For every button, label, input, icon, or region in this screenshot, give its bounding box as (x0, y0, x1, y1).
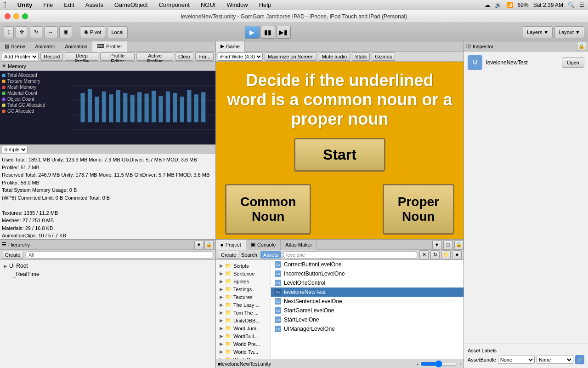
menu-ngui[interactable]: NGUI (199, 1, 218, 8)
scale-tool[interactable]: ↔ (44, 26, 57, 38)
tab-scene[interactable]: ▨ Scene (0, 41, 30, 52)
maximize-button[interactable] (22, 13, 28, 19)
open-button[interactable]: Open (562, 58, 584, 68)
folder-world-one[interactable]: ▶ 📁 WorldOne... (218, 356, 269, 359)
tab-animation[interactable]: Animation (60, 41, 92, 52)
rotate-tool[interactable]: ↻ (30, 26, 42, 38)
hierarchy-lock-button[interactable]: 🔒 (204, 240, 214, 249)
layers-dropdown[interactable]: Layers ▼ (523, 26, 553, 38)
play-button[interactable]: ▶ (245, 26, 260, 39)
file-ui-manager[interactable]: C# UIManagerLevelOne (271, 324, 464, 334)
tab-project[interactable]: ■ Project (216, 240, 246, 250)
folder-word-build[interactable]: ▶ 📁 WordBuil... (218, 332, 269, 340)
folder-testings[interactable]: ▶ 📁 Testings (218, 285, 269, 293)
tab-atlas-maker[interactable]: Atlas Maker (281, 240, 317, 250)
add-profiler-select[interactable]: Add Profiler (2, 53, 39, 60)
maximize-on-screen-button[interactable]: Maximize on Screen (265, 52, 317, 61)
proper-noun-button[interactable]: ProperNoun (383, 184, 454, 235)
file-levelone-new-test[interactable]: C# leveloneNewTest (271, 288, 464, 297)
folder-sentence[interactable]: ▶ 📁 Sentence (218, 270, 269, 277)
record-button[interactable]: Record (40, 52, 63, 61)
stats-button[interactable]: Stats (352, 52, 370, 61)
menu-edit[interactable]: Edit (62, 1, 76, 8)
clear-search-button[interactable]: ✕ (419, 250, 429, 259)
file-start-game[interactable]: C# StartGameLevelOne (271, 306, 464, 315)
star-button[interactable]: ★ (452, 250, 462, 259)
tree-item-ui-root[interactable]: ▶ UI Root (2, 262, 214, 270)
hierarchy-title: Hierarchy (8, 242, 30, 247)
gizmos-button[interactable]: Gizmos (372, 52, 395, 61)
folder-world-tw[interactable]: ▶ 📁 World Tw... (218, 348, 269, 356)
file-incorrect-button[interactable]: C# IncorrectButtonLevelOne (271, 269, 464, 278)
tree-item-realtime[interactable]: _RealTime (2, 270, 214, 278)
hierarchy-search-input[interactable] (25, 251, 214, 259)
folder-button[interactable]: 📁 (441, 250, 451, 259)
tab-animator[interactable]: Animator (30, 41, 60, 52)
folder-scripts[interactable]: ▶ 📁 Scripts (218, 262, 269, 270)
tab-game[interactable]: ▶ Game (216, 41, 245, 52)
list-icon[interactable]: ☰ (579, 2, 584, 8)
project-search-input[interactable] (283, 251, 418, 259)
tab-profiler[interactable]: ⌨ Profiler (92, 41, 127, 52)
mute-audio-button[interactable]: Mute audio (319, 52, 350, 61)
clear-button[interactable]: Clear (175, 52, 193, 61)
project-lock-button[interactable]: 🔒 (454, 240, 464, 249)
menu-help[interactable]: Help (257, 1, 273, 8)
menu-unity[interactable]: Unity (16, 1, 34, 8)
asset-bundle-select-1[interactable]: None (498, 356, 535, 364)
file-correct-button[interactable]: C# CorrectButtonLevelOne (271, 260, 464, 269)
menu-window[interactable]: Window (225, 1, 249, 8)
start-button[interactable]: Start (294, 138, 385, 172)
minimize-button[interactable] (13, 13, 19, 19)
hierarchy-collapse-button[interactable]: ▼ (194, 240, 204, 249)
folder-tom-the[interactable]: ▶ 📁 Tom The ... (218, 309, 269, 316)
search-icon[interactable]: 🔍 (568, 2, 575, 8)
deep-profile-button[interactable]: Deep Profile (65, 52, 98, 61)
zoom-slider[interactable] (420, 360, 457, 368)
frame-button[interactable]: Fra... (195, 52, 214, 61)
menu-component[interactable]: Component (157, 1, 192, 8)
folder-the-lazy[interactable]: ▶ 📁 The Lazy ... (218, 301, 269, 309)
rect-tool[interactable]: ▣ (59, 26, 72, 38)
pivot-button[interactable]: ◉ Pivot (80, 26, 105, 38)
assets-filter-button[interactable]: Assets (260, 251, 281, 259)
file-next-sentence[interactable]: C# NextSentenceLevelOne (271, 297, 464, 306)
clock: Sat 2:39 AM (533, 2, 563, 8)
file-start-level-one[interactable]: C# StartLevelOne (271, 315, 464, 324)
menu-file[interactable]: File (41, 1, 55, 8)
common-noun-button[interactable]: CommonNoun (225, 184, 311, 235)
move-tool[interactable]: ✜ (16, 26, 28, 38)
resolution-select[interactable]: iPad Wide (4:3) (218, 52, 263, 61)
menu-assets[interactable]: Assets (84, 1, 105, 8)
hand-tool[interactable]: 〉 (4, 26, 14, 38)
asset-label-icon[interactable]: 🔗 (575, 355, 584, 364)
project-create-button[interactable]: Create (218, 251, 239, 259)
project-content: ▶ 📁 Scripts ▶ 📁 Sentence ▶ 📁 Sprites (216, 260, 464, 359)
project-detach-button[interactable]: □ (443, 240, 452, 249)
local-button[interactable]: Local (107, 26, 127, 38)
hierarchy-create-button[interactable]: Create (2, 251, 23, 259)
refresh-button[interactable]: ↻ (430, 250, 440, 259)
active-profiler-button[interactable]: Active Profiler (136, 52, 173, 61)
memory-close-button[interactable]: ✕ (2, 63, 6, 69)
folder-world-pre[interactable]: ▶ 📁 World Pre... (218, 340, 269, 348)
menu-gameobject[interactable]: GameObject (113, 1, 150, 8)
file-level-one-control[interactable]: C# LevelOneControl (271, 278, 464, 288)
bottom-center-panel: ■ Project ▣ Console Atlas Maker ▼ □ 🔒 Cr… (216, 239, 464, 368)
folder-textures[interactable]: ▶ 📁 Textures (218, 293, 269, 301)
asset-bundle-select-2[interactable]: None (537, 356, 573, 364)
right-panel: ⓘ Inspector 🔒 U leveloneNewTest Open Ass… (464, 41, 588, 368)
project-collapse-button[interactable]: ▼ (432, 240, 441, 249)
folder-word-jum[interactable]: ▶ 📁 Word Jum... (218, 324, 269, 332)
memory-mode-select[interactable]: Simple (2, 146, 28, 153)
pause-button[interactable]: ▮▮ (260, 26, 275, 39)
inspector-lock-button[interactable]: 🔒 (577, 42, 586, 51)
close-button[interactable] (5, 13, 11, 19)
profile-editor-button[interactable]: Profile Editor (100, 52, 135, 61)
tab-console[interactable]: ▣ Console (246, 240, 281, 250)
step-button[interactable]: ▶▮ (276, 26, 291, 39)
folder-unity-obb[interactable]: ▶ 📁 UnityOBB... (218, 316, 269, 324)
apple-menu[interactable]:  (4, 1, 6, 9)
folder-sprites[interactable]: ▶ 📁 Sprites (218, 277, 269, 285)
layout-dropdown[interactable]: Layout ▼ (554, 26, 584, 38)
